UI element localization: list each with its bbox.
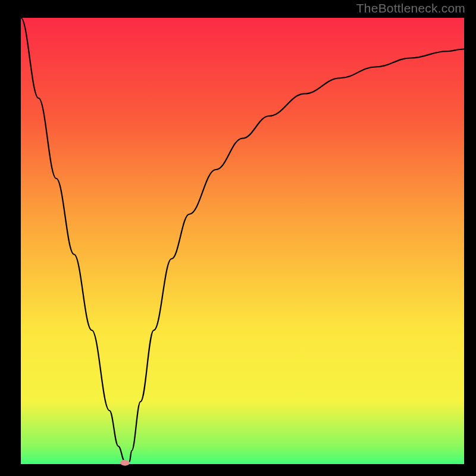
bottleneck-chart (0, 0, 476, 476)
chart-frame: TheBottleneck.com (0, 0, 476, 476)
attribution-label: TheBottleneck.com (356, 1, 465, 15)
optimum-marker (120, 460, 130, 466)
plot-background (21, 18, 464, 464)
